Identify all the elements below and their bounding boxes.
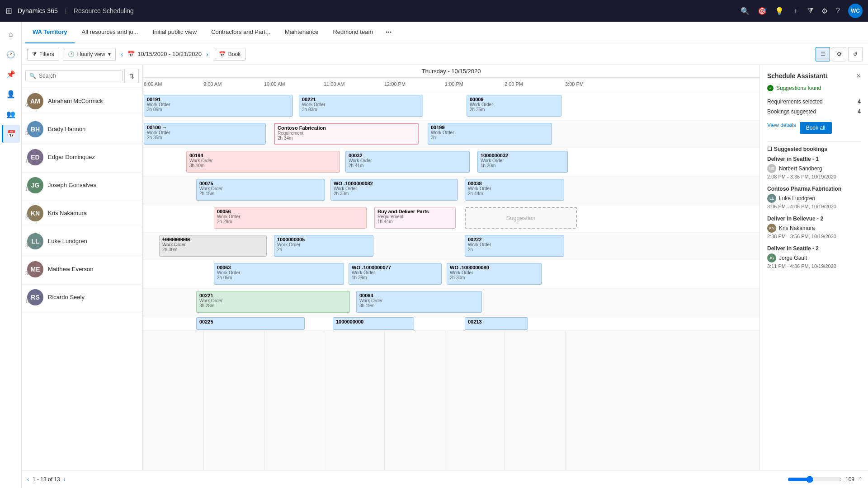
resource-item: JG Joseph Gonsalves <box>22 171 142 199</box>
resource-item: LL Luke Lundgren <box>22 227 142 255</box>
resource-item: BH Brady Hannon <box>22 115 142 143</box>
sa-booking-resource: KN Kris Nakamura <box>767 224 861 233</box>
booking-block[interactable]: 00100 → Work Order 2h 35m <box>144 123 266 145</box>
book-button[interactable]: 📅 Book <box>214 48 245 61</box>
next-date-arrow[interactable]: › <box>204 49 210 60</box>
booking-block[interactable]: WO -1000000082 Work Order 2h 33m <box>330 179 458 201</box>
grid-row-ricardo: 00221 Work Order 3h 28m 00064 Work Order… <box>143 288 760 316</box>
zoom-area: 109 ⌃ <box>788 476 863 483</box>
content-area: 🔍 ⇅ AM Abraham McCormick 6r BH Brady Han… <box>22 65 868 488</box>
sidebar-recent[interactable]: 🕐 <box>2 45 20 63</box>
list-view-button[interactable]: ☰ <box>816 47 830 61</box>
view-details-link[interactable]: View details <box>767 122 796 134</box>
time-12pm: 12:00 PM <box>384 81 406 87</box>
booking-block[interactable]: 00191 Work Order 3h 06m <box>144 95 293 117</box>
pagination: ‹ 1 - 13 of 13 › <box>27 476 66 483</box>
booking-block[interactable]: 00056 Work Order 3h 29m <box>214 207 367 229</box>
calendar-book-icon: 📅 <box>219 51 226 57</box>
calendar-icon: 📅 <box>127 51 135 57</box>
sa-booking-avatar: LL <box>767 194 776 203</box>
search-box[interactable]: 🔍 <box>25 70 123 81</box>
next-page-arrow[interactable]: › <box>64 476 66 483</box>
resource-item: AM Abraham McCormick <box>22 87 142 115</box>
sa-booking-person: Norbert Sandberg <box>779 165 822 172</box>
filters-button[interactable]: ⧩ Filters <box>27 48 59 61</box>
booking-block[interactable]: 00199 Work Order 3h <box>428 123 552 145</box>
sidebar-pinned[interactable]: 📌 <box>2 65 20 83</box>
sa-info-icon[interactable]: ℹ <box>826 73 828 79</box>
booking-block[interactable]: 00009 Work Order 2h 35m <box>467 95 561 117</box>
prev-page-arrow[interactable]: ‹ <box>27 476 29 483</box>
sidebar-home[interactable]: ⌂ <box>2 25 20 43</box>
booking-block[interactable]: WO -1000000077 Work Order 1h 39m <box>349 263 442 285</box>
booking-block[interactable]: 00221 Work Order 3h 28m <box>196 291 350 313</box>
booking-block[interactable]: 00063 Work Order 3h 05m <box>214 263 344 285</box>
expand-icon[interactable]: ⌃ <box>858 476 863 483</box>
suggestion-block[interactable]: Suggestion <box>465 207 577 229</box>
booking-block[interactable]: 1000000003 Work Order 2h 30m <box>159 235 267 257</box>
booking-block[interactable]: 00038 Work Order 2h 44m <box>465 179 564 201</box>
search-input[interactable] <box>39 73 118 79</box>
tab-more[interactable]: ••• <box>380 29 397 36</box>
booking-block[interactable]: 1000000000 <box>333 317 414 330</box>
add-icon[interactable]: ＋ <box>792 6 799 16</box>
sidebar-teams[interactable]: 👥 <box>2 105 20 123</box>
booking-block-requirement[interactable]: Contoso Fabrication Requirement 2h 34m <box>274 123 419 145</box>
booking-block[interactable]: 00064 Work Order 3h 19m <box>356 291 482 313</box>
user-avatar[interactable]: WC <box>848 4 863 18</box>
sa-booking-name: Deliver in Seattle - 1 <box>767 156 861 162</box>
tab-wa-territory[interactable]: WA Territory <box>25 22 75 43</box>
booking-block[interactable]: 00221 Work Order 3h 03m <box>299 95 423 117</box>
sort-button[interactable]: ⇅ <box>124 69 139 83</box>
resource-item: ED Edgar Dominquez <box>22 143 142 171</box>
settings-icon[interactable]: ⚙ <box>821 7 828 15</box>
booking-block[interactable]: 00213 <box>465 317 528 330</box>
zoom-slider[interactable] <box>788 476 842 483</box>
question-icon[interactable]: ? <box>836 7 840 15</box>
date-navigation: ‹ 📅 10/15/2020 - 10/21/2020 › <box>119 49 210 60</box>
filter-icon[interactable]: ⧩ <box>807 7 813 15</box>
tab-all-resources[interactable]: All resources and jo... <box>75 22 146 43</box>
sa-actions: View details Book all <box>767 122 861 134</box>
booking-block[interactable]: WO -1000000080 Work Order 2h 30m <box>447 263 542 285</box>
time-8am: 8:00 AM <box>144 81 162 87</box>
booking-block[interactable]: 00222 Work Order 2h <box>465 235 564 257</box>
tab-contractors[interactable]: Contractors and Part... <box>204 22 278 43</box>
app-name: Dynamics 365 <box>18 7 58 14</box>
top-navigation: ⊞ Dynamics 365 | Resource Scheduling 🔍 🎯… <box>0 0 868 22</box>
booking-block[interactable]: 00225 <box>196 317 305 330</box>
refresh-button[interactable]: ↺ <box>848 47 863 61</box>
help-icon[interactable]: 💡 <box>775 7 784 15</box>
apps-icon[interactable]: ⊞ <box>5 6 12 16</box>
sidebar-people[interactable]: 👤 <box>2 85 20 103</box>
tab-redmond[interactable]: Redmond team <box>326 22 380 43</box>
search-icon: 🔍 <box>29 73 36 79</box>
feedback-icon[interactable]: 🎯 <box>758 7 767 15</box>
tab-initial-public[interactable]: Initial public view <box>146 22 204 43</box>
grid-row-joseph: 00075 Work Order 2h 15m WO -1000000082 W… <box>143 176 760 204</box>
tab-maintenance[interactable]: Maintenance <box>278 22 326 43</box>
date-range: 10/15/2020 - 10/21/2020 <box>137 51 202 57</box>
settings-button[interactable]: ⚙ <box>832 47 846 61</box>
resource-item: RS Ricardo Seely <box>22 283 142 311</box>
booking-block[interactable]: 00032 Work Order 2h 41m <box>345 151 470 173</box>
sidebar-calendar[interactable]: 📅 <box>2 125 20 143</box>
sa-close-icon[interactable]: ✕ <box>856 73 861 79</box>
sa-booking-resource: JG Jorge Gault <box>767 253 861 263</box>
grid-row-brady: 00100 → Work Order 2h 35m Contoso Fabric… <box>143 120 760 148</box>
sa-book-value: 4 <box>858 108 861 115</box>
hourly-view-button[interactable]: 🕐 Hourly view ▾ <box>63 48 116 61</box>
book-all-button[interactable]: Book all <box>800 122 832 134</box>
sa-title: Schedule Assistant <box>767 72 826 80</box>
sa-stat-bookings: Bookings suggested 4 <box>767 107 861 117</box>
booking-block-requirement[interactable]: Buy and Deliver Parts Requirement 1h 44m <box>374 207 456 229</box>
booking-block[interactable]: 00194 Work Order 3h 10m <box>186 151 340 173</box>
time-11am: 11:00 AM <box>324 81 344 87</box>
separator: | <box>65 8 66 14</box>
search-icon[interactable]: 🔍 <box>741 7 750 15</box>
booking-block[interactable]: 1000000005 Work Order 2h <box>274 235 373 257</box>
time-3pm: 3:00 PM <box>565 81 584 87</box>
prev-date-arrow[interactable]: ‹ <box>119 49 125 60</box>
booking-block[interactable]: 00075 Work Order 2h 15m <box>196 179 325 201</box>
booking-block[interactable]: 1000000032 Work Order 1h 30m <box>477 151 568 173</box>
